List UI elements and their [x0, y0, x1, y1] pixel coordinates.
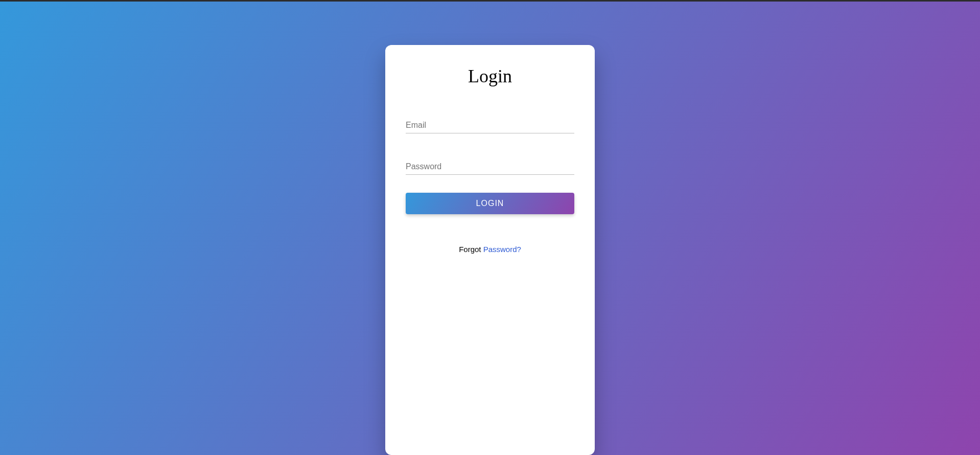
forgot-password-link[interactable]: Password?: [483, 245, 521, 254]
email-input[interactable]: [406, 118, 574, 133]
forgot-prefix: Forgot: [459, 245, 483, 254]
email-field-wrapper: [406, 118, 574, 133]
login-card: Login LOGIN Forgot Password?: [385, 45, 595, 455]
password-input[interactable]: [406, 159, 574, 175]
login-button[interactable]: LOGIN: [406, 193, 574, 214]
login-title: Login: [406, 65, 574, 87]
forgot-password-text: Forgot Password?: [406, 245, 574, 254]
password-field-wrapper: [406, 159, 574, 175]
